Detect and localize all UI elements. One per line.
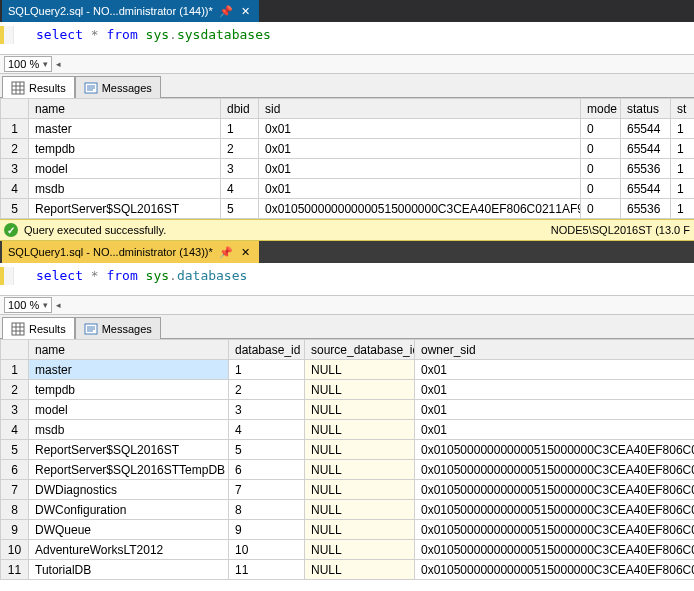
cell[interactable]: 3 — [229, 400, 305, 420]
pin-icon[interactable]: 📌 — [219, 4, 233, 18]
cell[interactable]: 65536 — [621, 199, 671, 219]
zoom-dropdown[interactable]: 100 %▾ — [4, 297, 52, 313]
cell[interactable]: 0x010500000000000515000000C3CEA40EF806C0… — [415, 460, 695, 480]
cell[interactable]: AdventureWorksLT2012 — [29, 540, 229, 560]
cell[interactable]: 0x010500000000000515000000C3CEA40EF806C0… — [415, 520, 695, 540]
tab-results[interactable]: Results — [2, 76, 75, 98]
chevron-left-icon[interactable]: ◂ — [56, 300, 61, 310]
cell[interactable]: ReportServer$SQL2016ST — [29, 199, 221, 219]
cell[interactable]: 65544 — [621, 179, 671, 199]
close-icon[interactable]: ✕ — [239, 245, 253, 259]
table-row[interactable]: 10AdventureWorksLT201210NULL0x0105000000… — [1, 540, 695, 560]
cell[interactable]: 0x010500000000000515000000C3CEA40EF806C0… — [415, 480, 695, 500]
cell[interactable]: model — [29, 159, 221, 179]
table-row[interactable]: 11TutorialDB11NULL0x01050000000000051500… — [1, 560, 695, 580]
cell[interactable]: 0x01 — [259, 159, 581, 179]
row-number[interactable]: 5 — [1, 440, 29, 460]
table-row[interactable]: 4msdb40x010655441 — [1, 179, 695, 199]
editor-tab[interactable]: SQLQuery1.sql - NO...dministrator (143))… — [2, 241, 259, 263]
cell[interactable]: DWConfiguration — [29, 500, 229, 520]
cell[interactable]: master — [29, 360, 229, 380]
cell[interactable]: tempdb — [29, 139, 221, 159]
column-header[interactable]: database_id — [229, 340, 305, 360]
cell[interactable]: NULL — [305, 560, 415, 580]
cell[interactable]: NULL — [305, 540, 415, 560]
table-row[interactable]: 1master10x010655441 — [1, 119, 695, 139]
row-number[interactable]: 4 — [1, 179, 29, 199]
row-number[interactable]: 1 — [1, 119, 29, 139]
tab-messages[interactable]: Messages — [75, 76, 161, 98]
close-icon[interactable]: ✕ — [239, 4, 253, 18]
cell[interactable]: 0 — [581, 119, 621, 139]
column-header[interactable]: mode — [581, 99, 621, 119]
cell[interactable]: 1 — [671, 139, 695, 159]
row-number[interactable]: 7 — [1, 480, 29, 500]
cell[interactable]: msdb — [29, 179, 221, 199]
cell[interactable]: NULL — [305, 480, 415, 500]
table-row[interactable]: 4msdb4NULL0x01 — [1, 420, 695, 440]
cell[interactable]: ReportServer$SQL2016ST — [29, 440, 229, 460]
cell[interactable]: NULL — [305, 520, 415, 540]
table-row[interactable]: 8DWConfiguration8NULL0x01050000000000051… — [1, 500, 695, 520]
table-row[interactable]: 6ReportServer$SQL2016STTempDB6NULL0x0105… — [1, 460, 695, 480]
table-row[interactable]: 5ReportServer$SQL2016ST50x01050000000000… — [1, 199, 695, 219]
cell[interactable]: 1 — [221, 119, 259, 139]
row-number[interactable]: 2 — [1, 380, 29, 400]
cell[interactable]: NULL — [305, 360, 415, 380]
cell[interactable]: 0x010500000000000515000000C3CEA40EF806C0… — [415, 440, 695, 460]
cell[interactable]: 0x01 — [415, 360, 695, 380]
sql-editor[interactable]: select * from sys.databases — [0, 263, 694, 295]
table-row[interactable]: 2tempdb2NULL0x01 — [1, 380, 695, 400]
table-row[interactable]: 3model3NULL0x01 — [1, 400, 695, 420]
cell[interactable]: NULL — [305, 500, 415, 520]
row-number[interactable]: 3 — [1, 159, 29, 179]
cell[interactable]: NULL — [305, 440, 415, 460]
pin-icon[interactable]: 📌 — [219, 245, 233, 259]
cell[interactable]: NULL — [305, 420, 415, 440]
cell[interactable]: ReportServer$SQL2016STTempDB — [29, 460, 229, 480]
cell[interactable]: 2 — [221, 139, 259, 159]
cell[interactable]: 1 — [671, 119, 695, 139]
tab-messages[interactable]: Messages — [75, 317, 161, 339]
cell[interactable]: NULL — [305, 380, 415, 400]
column-header[interactable]: source_database_id — [305, 340, 415, 360]
cell[interactable]: 5 — [229, 440, 305, 460]
cell[interactable]: 2 — [229, 380, 305, 400]
results-grid-top[interactable]: namedbidsidmodestatusst1master10x0106554… — [0, 98, 694, 219]
cell[interactable]: 3 — [221, 159, 259, 179]
table-row[interactable]: 3model30x010655361 — [1, 159, 695, 179]
cell[interactable]: 1 — [671, 159, 695, 179]
cell[interactable]: 1 — [671, 199, 695, 219]
row-number[interactable]: 11 — [1, 560, 29, 580]
cell[interactable]: 8 — [229, 500, 305, 520]
column-header[interactable]: owner_sid — [415, 340, 695, 360]
cell[interactable]: msdb — [29, 420, 229, 440]
cell[interactable]: tempdb — [29, 380, 229, 400]
cell[interactable]: 9 — [229, 520, 305, 540]
cell[interactable]: 1 — [229, 360, 305, 380]
sql-editor[interactable]: select * from sys.sysdatabases — [0, 22, 694, 54]
cell[interactable]: 4 — [221, 179, 259, 199]
cell[interactable]: 0x01 — [415, 420, 695, 440]
row-number[interactable]: 6 — [1, 460, 29, 480]
cell[interactable]: 0x01 — [415, 380, 695, 400]
cell[interactable]: 0x010500000000000515000000C3CEA40EF806C0… — [259, 199, 581, 219]
cell[interactable]: DWDiagnostics — [29, 480, 229, 500]
tab-results[interactable]: Results — [2, 317, 75, 339]
cell[interactable]: 65536 — [621, 159, 671, 179]
cell[interactable]: master — [29, 119, 221, 139]
row-number[interactable]: 8 — [1, 500, 29, 520]
row-number[interactable]: 4 — [1, 420, 29, 440]
column-header[interactable]: dbid — [221, 99, 259, 119]
chevron-left-icon[interactable]: ◂ — [56, 59, 61, 69]
cell[interactable]: 0x01 — [259, 119, 581, 139]
row-number[interactable]: 5 — [1, 199, 29, 219]
table-row[interactable]: 9DWQueue9NULL0x010500000000000515000000C… — [1, 520, 695, 540]
cell[interactable]: 65544 — [621, 119, 671, 139]
cell[interactable]: 0x01 — [259, 139, 581, 159]
row-number[interactable]: 3 — [1, 400, 29, 420]
cell[interactable]: 0x010500000000000515000000C3CEA40EF806C0… — [415, 540, 695, 560]
results-grid-bottom[interactable]: namedatabase_idsource_database_idowner_s… — [0, 339, 694, 580]
column-header[interactable]: name — [29, 340, 229, 360]
table-row[interactable]: 7DWDiagnostics7NULL0x0105000000000005150… — [1, 480, 695, 500]
